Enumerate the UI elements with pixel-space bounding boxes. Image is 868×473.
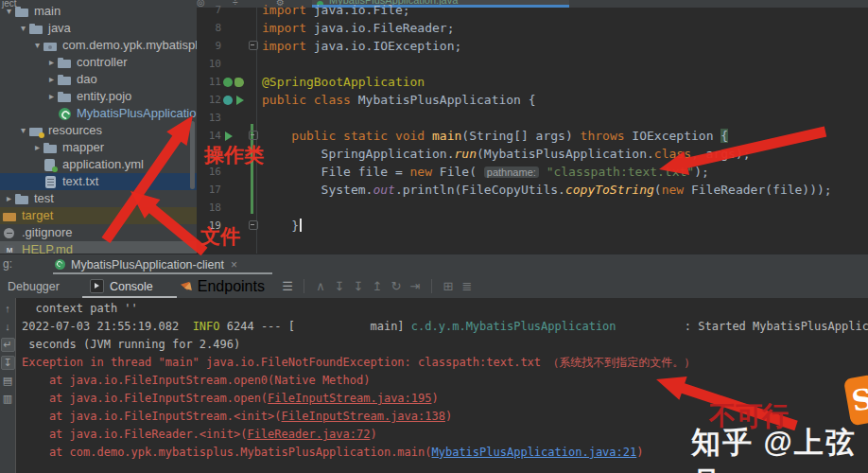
code-line-18[interactable]: 18 [197, 199, 868, 217]
code-token: , args); [691, 147, 751, 161]
code-line-15[interactable]: 15 SpringApplication.run(MybatisPlusAppl… [197, 145, 868, 163]
run-tab-label: MybatisPlusApplication-client [71, 258, 224, 272]
code-text: public class MybatisPlusApplication { [259, 93, 536, 107]
console-line-5: at java.io.FileInputStream.open0(Native … [16, 372, 868, 390]
fold-marker-icon[interactable] [249, 131, 258, 140]
code-line-12[interactable]: 12public class MybatisPlusApplication { [197, 91, 868, 109]
chevron-right-icon[interactable]: ▸ [45, 54, 58, 71]
chevron-down-icon[interactable]: ▾ [3, 3, 15, 20]
run-panel-label-fragment: g: [3, 257, 12, 271]
chevron-right-icon[interactable]: ▸ [31, 139, 43, 156]
print-icon[interactable]: ▤ [1, 374, 14, 388]
chevron-down-icon[interactable]: ▾ [17, 20, 29, 37]
stack-trace-link[interactable]: FileReader.java:72 [247, 428, 370, 441]
gutter-icons [221, 78, 248, 87]
close-icon[interactable]: × [231, 258, 237, 272]
code-line-9[interactable]: 9import java.io.IOException; [197, 37, 868, 55]
next-occurrence-icon[interactable]: ↓ [1, 320, 14, 334]
toolbar-separator [304, 279, 304, 293]
tree-item-resources[interactable]: ▾resources [0, 122, 197, 139]
console-text: : Started MybatisPlusApplication [616, 320, 868, 333]
layout-settings-icon[interactable]: ≣ [458, 279, 477, 293]
tree-item-controller[interactable]: ▸controller [0, 54, 197, 71]
rerun-icon[interactable]: ↻ [387, 279, 406, 293]
stack-trace-link[interactable]: MybatisPlusApplication.java:21 [431, 446, 636, 459]
console-text: ) [431, 392, 438, 405]
code-line-7[interactable]: 7import java.io.File; [197, 1, 868, 19]
scroll-to-end-icon[interactable]: ↧ [1, 356, 15, 370]
layout-icons: ⊞≣ [439, 279, 477, 293]
code-line-8[interactable]: 8import java.io.FileReader; [197, 19, 868, 37]
clear-all-icon[interactable]: ▥ [1, 392, 14, 406]
project-tree-panel: ject ▾main▾java▾com.demo.ypk.mybatisplus… [0, 0, 197, 254]
code-line-11[interactable]: 11@SpringBootApplication [197, 73, 868, 91]
code-editor[interactable]: ◎ ÷ ⚙ MybatisPlusApplication.java 7impor… [197, 0, 868, 254]
code-token: MybatisPlusApplication { [351, 93, 536, 107]
code-text: public static void main(String[] args) t… [259, 129, 728, 143]
code-token: throws [581, 129, 625, 143]
stack-trace-link[interactable]: FileInputStream.java:138 [282, 410, 445, 423]
tab-console[interactable]: Console [90, 274, 153, 298]
prev-occurrence-icon[interactable]: ↑ [1, 302, 14, 316]
tree-item-java[interactable]: ▾java [0, 20, 197, 37]
soft-wrap-icon[interactable]: ↵ [1, 338, 15, 352]
tree-item-mybatisplusapplication[interactable]: MybatisPlusApplication [0, 105, 197, 122]
console-text: at com.demo.ypk.mybatisplus.MybatisPlusA… [22, 446, 431, 459]
run-icon[interactable] [225, 131, 233, 141]
line-number: 7 [197, 4, 221, 16]
run-to-cursor-icon[interactable]: ⇥ [406, 279, 425, 293]
code-line-17[interactable]: 17 System.out.println(FileCopyUtils.copy… [197, 181, 868, 199]
code-line-16[interactable]: 16 File file = new File( pathname: "clas… [197, 163, 868, 181]
code-token: java.io.IOException; [306, 39, 461, 53]
tree-item-text-txt[interactable]: text.txt [0, 173, 197, 190]
code-line-19[interactable]: 19 } [197, 217, 868, 235]
tree-item-target[interactable]: target [0, 207, 197, 224]
yml-icon [43, 159, 58, 171]
spring-bean-icon [234, 78, 244, 87]
tree-item-help-md[interactable]: HELP.md [0, 241, 197, 254]
tree-item-label: controller [76, 54, 127, 71]
code-line-14[interactable]: 14 public static void main(String[] args… [197, 127, 868, 145]
chevron-down-icon[interactable]: ▾ [17, 122, 29, 139]
tree-item-entity-pojo[interactable]: ▸entity.pojo [0, 88, 197, 105]
chevron-right-icon[interactable]: ▸ [3, 190, 15, 207]
show-execution-point-icon[interactable]: ∧ [311, 279, 330, 293]
fold-marker-icon[interactable] [249, 220, 258, 230]
tree-item-main[interactable]: ▾main [0, 3, 197, 20]
code-line-10[interactable]: 10 [197, 55, 868, 73]
menu-icon[interactable]: ☰ [278, 279, 297, 293]
code-text: import java.io.IOException; [259, 39, 461, 53]
tree-item-gitignore[interactable]: .gitignore [0, 224, 197, 241]
run-configuration-tab[interactable]: MybatisPlusApplication-client × [55, 254, 237, 274]
fold-marker-icon[interactable] [249, 41, 258, 50]
tab-endpoints-label: Endpoints [198, 278, 265, 295]
tree-scrollbar[interactable] [190, 121, 195, 189]
gutter-icons [221, 96, 248, 105]
tab-endpoints[interactable]: Endpoints [182, 278, 265, 295]
restore-layout-icon[interactable]: ⊞ [439, 279, 458, 293]
tree-item-application-yml[interactable]: application.yml [0, 156, 197, 173]
chevron-down-icon[interactable]: ▾ [31, 37, 43, 54]
folder-pkg-icon [43, 40, 58, 52]
chevron-right-icon[interactable]: ▸ [45, 88, 58, 105]
tree-item-com-demo-ypk-mybatisplus[interactable]: ▾com.demo.ypk.mybatisplus [0, 37, 197, 54]
step-into-icon[interactable]: ↧ [349, 279, 368, 293]
code-token: import [262, 21, 306, 35]
run-icon[interactable] [236, 96, 244, 105]
stack-trace-link[interactable]: FileInputStream.java:195 [268, 392, 431, 405]
tab-debugger[interactable]: Debugger [8, 280, 60, 293]
step-over-icon[interactable]: ↧ [330, 279, 349, 293]
line-number: 12 [197, 94, 221, 106]
step-out-icon[interactable]: ↥ [368, 279, 387, 293]
tree-item-test[interactable]: ▸test [0, 190, 197, 207]
tree-item-dao[interactable]: ▸dao [0, 71, 197, 88]
code-token: } [262, 219, 299, 233]
line-number: 8 [197, 22, 221, 34]
line-number: 13 [197, 112, 221, 124]
code-token: java.io.FileReader; [306, 21, 455, 35]
tree-item-mapper[interactable]: ▸mapper [0, 139, 197, 156]
code-text: import java.io.FileReader; [259, 21, 455, 35]
fold-column [248, 39, 259, 53]
code-line-13[interactable]: 13 [197, 109, 868, 127]
chevron-right-icon[interactable]: ▸ [45, 71, 58, 88]
